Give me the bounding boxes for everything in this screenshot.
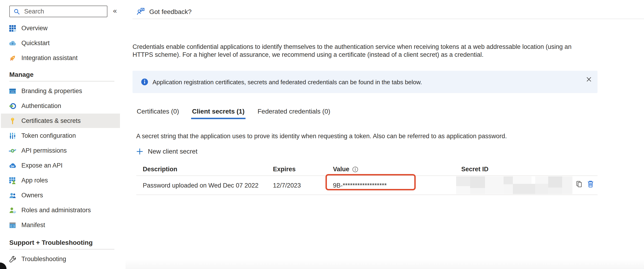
info-circle-icon[interactable] [352,166,359,172]
new-client-secret-button[interactable]: New client secret [136,148,198,155]
close-icon[interactable] [586,77,592,82]
sidebar-item-quickstart[interactable]: Quickstart [1,36,120,50]
table-header-row: Description Expires Value Secret ID [136,163,598,176]
sidebar-item-label: Expose an API [22,162,62,169]
sidebar-item-api-permissions[interactable]: API permissions [1,143,120,158]
sidebar-item-token-configuration[interactable]: Token configuration [1,128,120,143]
cloud-gears-icon [9,162,16,169]
sidebar-item-label: Roles and administrators [22,207,91,214]
client-secrets-table: Description Expires Value Secret ID Pass… [136,163,598,195]
sidebar-item-troubleshooting[interactable]: Troubleshooting [1,252,120,266]
collapse-sidebar-button[interactable]: « [113,7,117,15]
tab-certificates[interactable]: Certificates (0) [136,108,180,119]
sidebar-item-label: Authentication [22,102,61,109]
sign-in-icon [9,102,16,110]
overview-grid-icon [9,25,16,32]
plus-icon [136,148,143,155]
key-icon [9,117,16,125]
sidebar-item-label: App roles [22,177,48,184]
column-header-expires: Expires [273,166,329,173]
sidebar-item-roles-and-administrators[interactable]: Roles and administrators [1,203,120,217]
copy-secret-id-button[interactable] [576,181,582,188]
credentials-tabs: Certificates (0) Client secrets (1) Fede… [136,108,331,119]
sidebar-item-label: Token configuration [22,132,76,139]
two-people-icon [9,191,16,199]
sidebar-item-manifest[interactable]: { } Manifest [1,218,120,232]
person-cube-icon [9,206,16,214]
column-header-description: Description [136,166,273,173]
sidebar-item-overview[interactable]: Overview [1,21,120,35]
cloud-lightning-icon [9,39,16,47]
credentials-intro-text: Credentials enable confidential applicat… [132,43,581,59]
code-window-icon: { } [9,221,16,229]
svg-text:{ }: { } [10,224,15,227]
column-header-value: Value [333,166,350,173]
search-input[interactable] [23,8,107,15]
sidebar-section-manage: Manage [0,69,124,80]
sidebar-search [9,6,108,17]
delete-secret-button[interactable] [587,180,594,188]
sidebar-item-label: Quickstart [22,40,50,47]
rocket-icon [9,54,16,62]
tab-federated-credentials[interactable]: Federated credentials (0) [257,108,331,119]
grid-person-icon [9,177,16,184]
info-banner: Application registration certificates, s… [132,71,598,93]
sidebar: « Overview Quickstart [0,0,124,269]
svg-text:www: www [10,91,14,93]
secret-id-redacted [456,176,572,194]
sidebar-item-label: Troubleshooting [22,255,66,262]
app-registration-certificates-page: « Overview Quickstart [0,0,644,269]
tab-client-secrets[interactable]: Client secrets (1) [191,108,246,119]
sidebar-item-branding-properties[interactable]: www Branding & properties [1,84,120,98]
sidebar-item-owners[interactable]: Owners [1,188,120,202]
got-feedback-button[interactable]: Got feedback? [136,7,192,16]
sidebar-item-certificates-secrets[interactable]: Certificates & secrets [1,114,120,128]
info-icon [141,78,148,86]
sidebar-divider [9,249,114,249]
toolbar-divider [132,19,644,19]
new-client-secret-label: New client secret [148,148,198,155]
wrench-icon [9,255,16,263]
sidebar-item-expose-an-api[interactable]: Expose an API [1,158,120,173]
column-header-secret-id: Secret ID [461,166,598,173]
info-banner-text: Application registration certificates, s… [152,71,422,93]
sidebar-item-label: Certificates & secrets [22,117,81,124]
bottom-gradient [126,260,644,269]
secret-expires-cell: 12/7/2023 [273,182,329,189]
sidebar-item-authentication[interactable]: Authentication [1,99,120,113]
sliders-icon [9,132,16,139]
feedback-label: Got feedback? [149,8,192,15]
sidebar-section-support: Support + Troubleshooting [0,237,124,247]
sidebar-item-integration-assistant[interactable]: Integration assistant [1,51,120,65]
sidebar-item-app-roles[interactable]: App roles [1,173,120,188]
secret-value-cell: 9B-****************** [329,182,461,189]
sidebar-nav: Overview Quickstart Integration assistan… [0,21,124,267]
sidebar-item-label: Owners [22,192,43,199]
browser-www-icon: www [9,87,16,95]
feedback-icon [136,7,145,16]
sidebar-item-label: Manifest [22,221,45,228]
client-secret-description: A secret string that the application use… [136,132,507,139]
search-icon [14,8,20,15]
sidebar-item-label: Integration assistant [22,55,78,62]
sidebar-item-label: API permissions [22,147,67,154]
sidebar-divider [9,81,114,81]
secret-description-cell: Password uploaded on Wed Dec 07 2022 [136,182,273,189]
sidebar-item-label: Branding & properties [22,88,82,95]
sidebar-item-label: Overview [22,25,48,32]
api-connector-icon [9,147,16,154]
